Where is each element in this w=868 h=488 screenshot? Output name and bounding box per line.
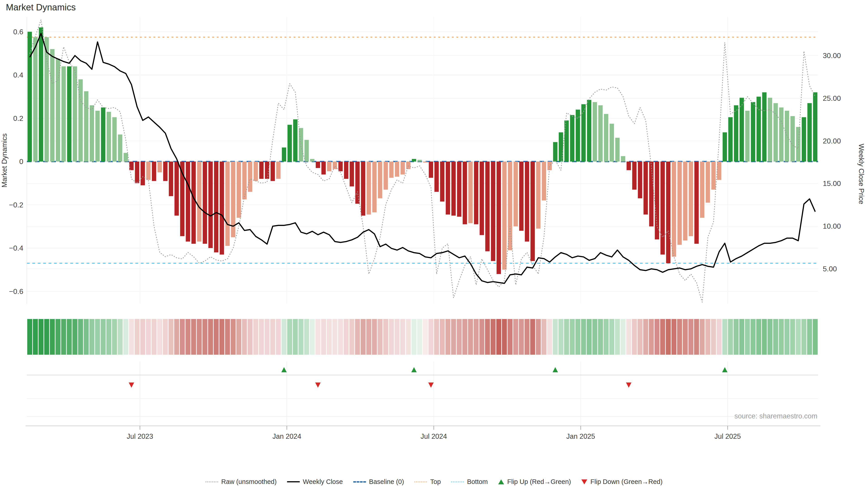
svg-text:0.4: 0.4 [13,71,23,79]
dynamics-bar [666,162,671,263]
svg-text:20.00: 20.00 [823,137,841,145]
dynamics-bar [124,153,128,162]
heatmap-cell [479,319,485,355]
bottom-line-swatch-icon [451,482,464,482]
heatmap-cell [197,319,202,355]
heatmap-cell [649,319,654,355]
marker-panel [27,375,818,416]
svg-text:Market Dynamics: Market Dynamics [0,133,8,187]
heatmap-cell [412,319,416,355]
dynamics-bar [474,162,478,224]
dynamics-bar [293,119,298,162]
dynamics-bar [446,162,450,215]
heatmap-cell [474,319,479,355]
dynamics-bar [508,162,512,250]
heatmap-cell [321,319,326,355]
legend-item-weekly-close: Weekly Close [287,478,343,486]
dynamics-bar [480,162,484,235]
heatmap-cell [632,319,637,355]
dynamics-bar [327,162,331,171]
heatmap-cell [219,319,224,355]
close-series [30,33,815,283]
heatmap-cell [773,319,778,355]
heatmap-cell [508,319,513,355]
dynamics-bar [276,162,281,179]
dynamics-bar [395,162,399,177]
svg-text:−0.4: −0.4 [9,244,23,252]
heatmap-cell [525,319,530,355]
dynamics-bar [152,162,156,181]
heatmap-cell [242,319,247,355]
dynamics-bar [389,162,394,178]
dynamics-bar [536,162,540,229]
flip-markers [129,367,727,388]
dynamics-bar [774,103,778,162]
heatmap-cell [344,319,349,355]
heatmap-cell [445,319,451,355]
svg-text:30.00: 30.00 [823,52,841,60]
flip-down-marker [626,383,631,388]
dynamics-bar [559,132,563,162]
dynamics-bar [564,121,569,162]
heatmap-cell [84,319,89,355]
heatmap-cell [33,319,38,355]
heatmap-cell [779,319,784,355]
dynamics-bar [186,162,190,241]
heatmap-cell [807,319,812,355]
legend-label: Bottom [467,478,488,486]
dynamics-bar [728,117,733,162]
heatmap-cell [327,319,332,355]
heatmap-cell [717,319,722,355]
heatmap-cell [694,319,699,355]
dynamics-bar [497,162,501,274]
legend-item-baseline: Baseline (0) [353,478,404,486]
flip-up-marker [411,367,417,372]
dynamics-bar [672,162,676,257]
heatmap-cell [519,319,524,355]
heatmap-cell [253,319,258,355]
dynamics-bar [576,109,580,162]
heatmap-cell [587,319,592,355]
dynamics-bar [401,162,405,174]
dynamics-bar [677,162,682,245]
dynamics-bar [530,162,535,261]
heatmap-cell [78,319,83,355]
dynamics-bar [655,162,659,239]
heatmap-cell [72,319,78,355]
dynamics-bar [158,162,162,172]
legend-label: Weekly Close [303,478,343,486]
dynamics-bars [28,27,817,274]
legend-label: Flip Down (Green→Red) [590,478,662,486]
legend-item-raw: Raw (unsmoothed) [206,478,277,486]
dynamics-bar [621,156,625,162]
dynamics-bar [220,162,224,255]
dynamics-bar [361,162,365,216]
legend-item-flip-up: Flip Up (Red→Green) [498,478,571,486]
heatmap-cell [638,319,643,355]
heatmap-cell [50,319,55,355]
heatmap-cell [293,319,298,355]
dynamics-bar [367,162,371,215]
dynamics-bar [604,114,608,162]
legend-item-flip-down: Flip Down (Green→Red) [581,478,662,486]
dynamics-bar [457,162,461,217]
dynamics-bar [615,138,620,162]
heatmap-cell [547,319,552,355]
legend-item-bottom: Bottom [451,478,488,486]
dynamics-bar [790,116,795,162]
dynamics-bar [440,162,444,201]
heatmap-cell [457,319,462,355]
heatmap-cell [570,319,575,355]
dynamics-bar [802,117,806,162]
svg-text:Jul 2024: Jul 2024 [421,432,447,440]
dynamics-bar [700,162,704,218]
heatmap-cell [61,319,66,355]
heatmap-cell [366,319,371,355]
dynamics-bar [423,162,428,163]
baseline-swatch-icon [353,481,366,483]
heatmap-cell [541,319,547,355]
heatmap-cell [157,319,162,355]
dynamics-bar [406,162,410,169]
heatmap-cell [626,319,631,355]
dynamics-bar [452,162,456,216]
